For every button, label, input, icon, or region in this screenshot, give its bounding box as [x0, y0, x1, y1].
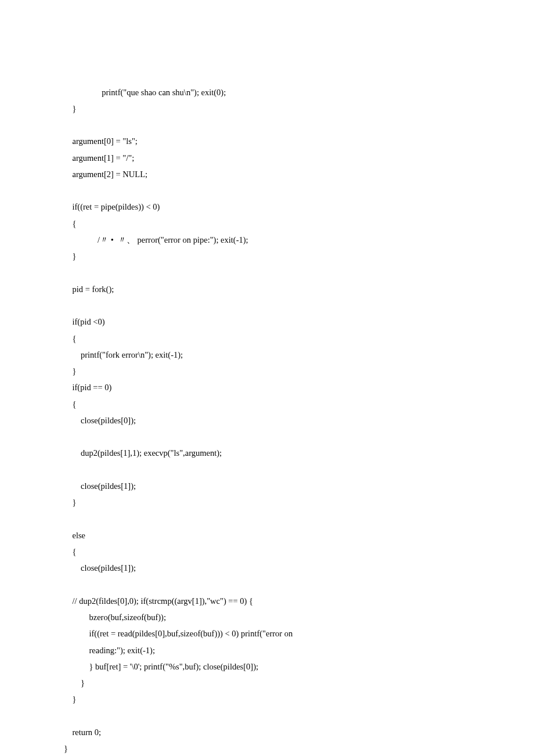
code-line: reading:"); exit(-1); [64, 642, 470, 658]
code-content: printf("que shao can shu\n"); exit(0); }… [64, 84, 470, 756]
code-line [64, 429, 470, 445]
code-line [64, 117, 470, 133]
code-line: { [64, 396, 470, 412]
code-line: dup2(pildes[1],1); execvp("ls",argument)… [64, 445, 470, 461]
code-line: { [64, 215, 470, 232]
code-line [64, 510, 470, 527]
code-line: close(pildes[0]); [64, 412, 470, 429]
code-line: // dup2(fildes[0],0); if(strcmp((argv[1]… [64, 593, 470, 609]
code-line [64, 264, 470, 280]
code-line: /〃 • 〃、 perror("error on pipe:"); exit(-… [64, 232, 470, 248]
code-line: close(pildes[1]); [64, 560, 470, 576]
code-line: pid = fork(); [64, 281, 470, 297]
code-line [64, 462, 470, 478]
code-line: } [64, 494, 470, 510]
code-line: } [64, 740, 470, 756]
code-line [64, 182, 470, 199]
code-line: printf("que shao can shu\n"); exit(0); [64, 84, 470, 100]
code-line: else [64, 527, 470, 543]
code-line: argument[0] = "ls"; [64, 133, 470, 149]
code-line: printf("fork error\n"); exit(-1); [64, 347, 470, 363]
code-line: } [64, 100, 470, 117]
code-line: close(pildes[1]); [64, 478, 470, 494]
code-line [64, 708, 470, 724]
code-line [64, 297, 470, 314]
code-line: } [64, 363, 470, 379]
code-line: { [64, 330, 470, 347]
code-line: if((ret = pipe(pildes)) < 0) [64, 199, 470, 215]
document-page: printf("que shao can shu\n"); exit(0); }… [0, 0, 534, 756]
code-line: } [64, 248, 470, 264]
code-line: if(pid <0) [64, 314, 470, 330]
code-line: } [64, 675, 470, 691]
code-line [64, 577, 470, 593]
code-line: } [64, 691, 470, 707]
code-line: argument[1] = "/"; [64, 150, 470, 166]
code-line: argument[2] = NULL; [64, 166, 470, 182]
code-line: if((ret = read(pildes[0],buf,sizeof(buf)… [64, 625, 470, 642]
code-line: } buf[ret] = '\0'; printf("%s",buf); clo… [64, 658, 470, 675]
code-line: bzero(buf,sizeof(buf)); [64, 609, 470, 625]
code-line: return 0; [64, 724, 470, 740]
code-line: { [64, 543, 470, 560]
code-line: if(pid == 0) [64, 379, 470, 395]
